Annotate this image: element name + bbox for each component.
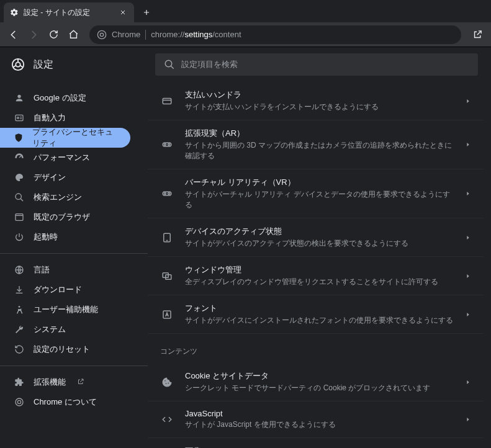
sidebar-item[interactable]: 言語 — [0, 260, 130, 280]
chevron-right-icon — [465, 416, 471, 423]
row-title: デバイスのアクティブ状態 — [185, 226, 454, 237]
sidebar-item-label: 起動時 — [34, 231, 58, 243]
page-header: 設定 設定項目を検索 — [0, 47, 491, 82]
sidebar-item-label: パフォーマンス — [34, 152, 90, 163]
svg-point-26 — [166, 383, 167, 384]
window-icon — [160, 271, 174, 282]
wrench-icon — [14, 325, 25, 334]
svg-point-12 — [16, 398, 23, 406]
row-title: フォント — [185, 303, 454, 314]
row-title: JavaScript — [185, 409, 454, 418]
svg-rect-14 — [163, 98, 171, 104]
sidebar-item[interactable]: 検索エンジン — [0, 187, 130, 207]
ar-icon — [160, 139, 174, 150]
palette-icon — [14, 172, 25, 182]
sidebar-item[interactable]: 既定のブラウザ — [0, 207, 130, 227]
row-description: サイトが JavaScript を使用できるようにする — [185, 419, 454, 430]
page-title: 設定 — [34, 58, 53, 71]
row-description: 全ディスプレイのウィンドウ管理をリクエストすることをサイトに許可する — [185, 277, 454, 287]
sidebar-item[interactable]: Chrome について — [0, 392, 130, 412]
tab-title: 設定 - サイトの設定 — [24, 7, 113, 18]
browser-icon — [14, 212, 25, 222]
vr-icon — [160, 188, 174, 199]
sidebar-item-label: 自動入力 — [34, 112, 66, 123]
reload-button[interactable] — [45, 26, 62, 43]
forward-button[interactable] — [25, 26, 42, 43]
row-description: サイトから周囲の 3D マップの作成またはカメラ位置の追跡を求められたときに確認… — [185, 140, 454, 161]
accessibility-icon — [14, 305, 25, 315]
sidebar-item-label: ダウンロード — [34, 284, 82, 295]
person-icon — [14, 93, 25, 103]
settings-row[interactable]: JavaScriptサイトが JavaScript を使用できるようにする — [148, 401, 484, 438]
sidebar-item-label: Google の設定 — [34, 92, 86, 104]
settings-row[interactable]: バーチャル リアリティ（VR）サイトがバーチャル リアリティ デバイスとデータの… — [148, 169, 484, 218]
svg-rect-9 — [16, 214, 23, 221]
row-description: サイトがバーチャル リアリティ デバイスとデータの使用を要求できるようにする — [185, 189, 454, 210]
cookie-icon — [160, 377, 174, 388]
settings-row[interactable]: フォントサイトがデバイスにインストールされたフォントの使用を要求できるようにする — [148, 295, 484, 334]
close-icon[interactable] — [118, 7, 128, 17]
device-icon — [160, 232, 174, 243]
main-content: 支払いハンドラサイトが支払いハンドラをインストールできるようにする拡張現実（AR… — [148, 82, 491, 448]
sidebar-item[interactable]: 拡張機能 — [0, 372, 130, 392]
settings-search[interactable]: 設定項目を検索 — [155, 53, 478, 76]
sidebar-item[interactable]: パフォーマンス — [0, 148, 130, 168]
extension-icon — [14, 377, 25, 387]
chrome-logo-icon — [11, 58, 25, 71]
share-button[interactable] — [469, 26, 486, 43]
settings-row[interactable]: 支払いハンドラサイトが支払いハンドラをインストールできるようにする — [148, 82, 484, 120]
settings-row[interactable]: ウィンドウ管理全ディスプレイのウィンドウ管理をリクエストすることをサイトに許可す… — [148, 257, 484, 295]
section-label: コンテンツ — [148, 334, 484, 363]
row-description: サイトがデバイスのアクティブ状態の検出を要求できるようにする — [185, 238, 454, 249]
external-link-icon — [77, 378, 86, 387]
divider — [145, 30, 146, 40]
reset-icon — [14, 344, 25, 354]
speed-icon — [14, 153, 25, 163]
gear-icon — [10, 8, 19, 17]
settings-row[interactable]: 拡張現実（AR）サイトから周囲の 3D マップの作成またはカメラ位置の追跡を求め… — [148, 120, 484, 169]
row-description: サイトがデバイスにインストールされたフォントの使用を要求できるようにする — [185, 315, 454, 326]
autofill-icon — [14, 113, 25, 123]
home-button[interactable] — [65, 26, 82, 43]
row-description: シークレット モードでサードパーティの Cookie がブロックされています — [185, 383, 454, 393]
sidebar-item[interactable]: Google の設定 — [0, 88, 130, 108]
settings-row[interactable]: Cookie とサイトデータシークレット モードでサードパーティの Cookie… — [148, 363, 484, 401]
address-bar[interactable]: Chrome chrome://settings/content — [89, 25, 461, 44]
search-placeholder: 設定項目を検索 — [181, 59, 238, 70]
svg-point-7 — [17, 117, 19, 119]
chrome-icon — [14, 397, 25, 407]
globe-icon — [14, 265, 25, 275]
sidebar-item[interactable]: プライバシーとセキュリティ — [0, 128, 130, 148]
svg-point-16 — [164, 144, 166, 146]
svg-point-27 — [168, 382, 169, 383]
code-icon — [160, 414, 174, 425]
svg-point-11 — [19, 306, 20, 308]
sidebar-item[interactable]: 設定のリセット — [0, 339, 130, 359]
settings-row[interactable]: デバイスのアクティブ状態サイトがデバイスのアクティブ状態の検出を要求できるように… — [148, 218, 484, 257]
row-title: バーチャル リアリティ（VR） — [185, 177, 454, 188]
tab-strip: 設定 - サイトの設定 — [0, 0, 491, 22]
chevron-right-icon — [465, 141, 471, 148]
row-title: 画像 — [185, 446, 454, 448]
sidebar-item[interactable]: 起動時 — [0, 227, 130, 247]
sidebar-item[interactable]: デザイン — [0, 168, 130, 187]
browser-tab[interactable]: 設定 - サイトの設定 — [4, 2, 134, 22]
sidebar-item[interactable]: 自動入力 — [0, 108, 130, 128]
payment-icon — [160, 96, 174, 107]
sidebar-item[interactable]: ユーザー補助機能 — [0, 300, 130, 320]
sidebar-item-label: 拡張機能 — [34, 377, 66, 388]
settings-row[interactable]: 画像サイトが画像を表示できるようにする — [148, 438, 484, 448]
sidebar-item[interactable]: システム — [0, 320, 130, 339]
sidebar-item-label: 検索エンジン — [34, 192, 82, 203]
toolbar: Chrome chrome://settings/content — [0, 22, 491, 47]
svg-point-13 — [17, 400, 20, 403]
svg-point-19 — [164, 193, 166, 195]
sidebar-item[interactable]: ダウンロード — [0, 280, 130, 300]
settings-page: 設定 設定項目を検索 Google の設定自動入力プライバシーとセキュリティパフ… — [0, 47, 491, 448]
svg-point-25 — [164, 380, 166, 382]
row-title: Cookie とサイトデータ — [185, 370, 454, 382]
back-button[interactable] — [5, 26, 22, 43]
chevron-right-icon — [465, 273, 471, 279]
new-tab-button[interactable] — [138, 4, 155, 21]
chevron-right-icon — [465, 311, 471, 318]
